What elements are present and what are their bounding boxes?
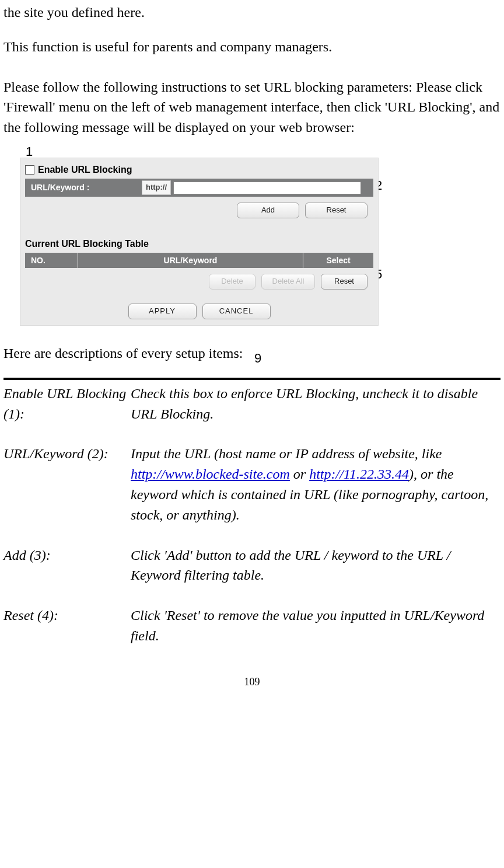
url-keyword-row: URL/Keyword : http:// <box>25 179 373 197</box>
intro-instructions: Please follow the following instructions… <box>4 77 501 138</box>
column-url-keyword: URL/Keyword <box>78 253 303 268</box>
column-no: NO. <box>25 253 78 268</box>
protocol-prefix: http:// <box>142 180 171 195</box>
desc-term-url-keyword: URL/Keyword (2): <box>4 444 131 545</box>
divider <box>4 378 501 380</box>
desc-def-urlk-part-a: Input the URL (host name or IP address o… <box>131 446 442 461</box>
desc-def-reset: Click 'Reset' to remove the value you in… <box>131 605 501 653</box>
url-blocking-panel-container: 1 2 3 4 5 6 7 8 9 Enable URL Blocking UR… <box>4 158 388 326</box>
url-blocking-panel: Enable URL Blocking URL/Keyword : http:/… <box>20 158 379 326</box>
enable-row: Enable URL Blocking <box>25 163 373 176</box>
desc-term-reset: Reset (4): <box>4 605 131 653</box>
reset-button[interactable]: Reset <box>305 203 368 218</box>
url-keyword-label: URL/Keyword : <box>31 182 142 193</box>
desc-def-add: Click 'Add' button to add the URL / keyw… <box>131 545 501 606</box>
delete-all-button[interactable]: Delete All <box>261 274 315 290</box>
page-number: 109 <box>4 674 501 689</box>
column-select: Select <box>303 253 373 268</box>
desc-term-add: Add (3): <box>4 545 131 606</box>
descriptions-intro: Here are descriptions of every setup ite… <box>4 343 501 364</box>
desc-def-url-keyword: Input the URL (host name or IP address o… <box>131 444 501 545</box>
apply-cancel-row: APPLY CANCEL <box>25 304 373 319</box>
add-reset-row: Add Reset <box>25 203 373 218</box>
example-link-ip[interactable]: http://11.22.33.44 <box>309 466 409 482</box>
enable-url-blocking-checkbox[interactable] <box>25 165 34 175</box>
enable-url-blocking-label: Enable URL Blocking <box>38 163 132 176</box>
table-header: NO. URL/Keyword Select <box>25 253 373 268</box>
intro-line-prev: the site you defined here. <box>4 2 501 23</box>
desc-def-enable: Check this box to enforce URL Blocking, … <box>131 384 501 444</box>
desc-term-enable: Enable URL Blocking (1): <box>4 384 131 444</box>
callout-9: 9 <box>254 349 261 368</box>
apply-button[interactable]: APPLY <box>128 304 197 319</box>
table-reset-button[interactable]: Reset <box>321 274 368 290</box>
table-title: Current URL Blocking Table <box>25 237 373 250</box>
example-link-blocked-site[interactable]: http://www.blocked-site.com <box>131 466 290 482</box>
url-keyword-input[interactable] <box>173 182 361 194</box>
add-button[interactable]: Add <box>237 203 299 218</box>
intro-usefulness: This function is useful for parents and … <box>4 37 501 57</box>
delete-row: Delete Delete All Reset <box>25 274 373 290</box>
cancel-button[interactable]: CANCEL <box>202 304 271 319</box>
delete-button[interactable]: Delete <box>209 274 256 290</box>
descriptions-table: Enable URL Blocking (1): Check this box … <box>4 384 501 653</box>
desc-def-urlk-part-b: or <box>290 466 309 482</box>
